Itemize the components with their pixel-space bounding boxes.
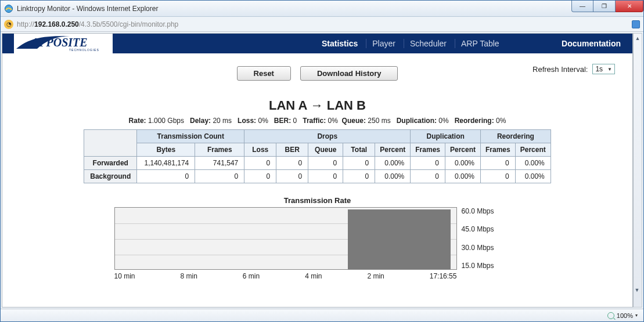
- title-bar: Linktropy Monitor - Windows Internet Exp…: [1, 1, 643, 17]
- nav-player[interactable]: Player: [366, 39, 401, 48]
- th-percent: Percent: [375, 143, 411, 157]
- status-bar: 100% ▾: [1, 309, 643, 321]
- stats-table: Transmission Count Drops Duplication Reo…: [84, 129, 551, 183]
- content-wrap: APPOSITE TECHNOLOGIES Statistics Player …: [1, 32, 643, 309]
- refresh-interval-block: Refresh Interval: 1s ▼: [533, 64, 615, 74]
- cell: 0: [276, 170, 308, 183]
- th-queue: Queue: [308, 143, 343, 157]
- rate-value: 1.000 Gbps: [148, 117, 184, 125]
- cell: 0: [308, 170, 343, 183]
- cell: 1,140,481,174: [137, 157, 195, 170]
- cell: 0: [481, 170, 516, 183]
- ber-label: BER:: [274, 117, 291, 125]
- scroll-up-icon[interactable]: ▲: [634, 34, 642, 43]
- y-tick: 45.0 Mbps: [462, 225, 494, 233]
- refresh-interval-label: Refresh Interval:: [533, 65, 588, 74]
- url-path: /4.3.5b/5500/cgi-bin/monitor.php: [79, 20, 178, 28]
- th-dup-frames: Frames: [411, 143, 445, 157]
- queue-value: 250 ms: [368, 117, 390, 125]
- nav-documentation[interactable]: Documentation: [562, 39, 621, 48]
- traffic-value: 0%: [328, 117, 338, 125]
- window-title: Linktropy Monitor - Windows Internet Exp…: [17, 5, 158, 13]
- chevron-down-icon: ▼: [607, 67, 612, 72]
- cell: 0: [308, 157, 343, 170]
- th-loss: Loss: [244, 143, 276, 157]
- delay-label: Delay:: [190, 117, 211, 125]
- reord-label: Reordering:: [455, 117, 494, 125]
- cell: 0.00%: [515, 170, 551, 183]
- y-tick: 15.0 Mbps: [462, 262, 494, 270]
- controls-row: Reset Download History Refresh Interval:…: [2, 66, 632, 81]
- th-ber: BER: [276, 143, 308, 157]
- cell: 0.00%: [445, 170, 480, 183]
- close-button[interactable]: ✕: [616, 1, 643, 12]
- chart-series-fill: [348, 209, 451, 269]
- cell: 0: [195, 170, 244, 183]
- rate-label: Rate:: [129, 117, 146, 125]
- y-tick: 60.0 Mbps: [462, 207, 494, 215]
- row-name: Background: [84, 170, 137, 183]
- row-name: Forwarded: [84, 157, 137, 170]
- x-tick: 2 min: [367, 272, 384, 280]
- th-total: Total: [343, 143, 375, 157]
- cell: 0.00%: [375, 157, 411, 170]
- dup-value: 0%: [438, 117, 448, 125]
- url-host: 192.168.0.250: [34, 20, 79, 28]
- x-tick: 10 min: [114, 272, 135, 280]
- url-text[interactable]: http://192.168.0.250/4.3.5b/5500/cgi-bin…: [17, 20, 178, 28]
- queue-label: Queue:: [342, 117, 366, 125]
- svg-text:TECHNOLOGIES: TECHNOLOGIES: [69, 48, 99, 52]
- refresh-interval-select[interactable]: 1s ▼: [592, 64, 615, 74]
- chart-x-labels: 10 min 8 min 6 min 4 min 2 min 17:16:55: [114, 272, 457, 280]
- compat-view-icon[interactable]: [632, 20, 640, 28]
- cell: 0.00%: [375, 170, 411, 183]
- chart-plot: [114, 207, 457, 270]
- link-params: Rate: 1.000 Gbps Delay: 20 ms Loss: 0% B…: [2, 117, 632, 125]
- zoom-icon[interactable]: [607, 312, 614, 319]
- direction-title: LAN A → LAN B: [2, 98, 632, 113]
- ie-icon: [4, 4, 13, 13]
- cell: 741,547: [195, 157, 244, 170]
- traffic-label: Traffic:: [303, 117, 326, 125]
- chart-y-labels: 60.0 Mbps 45.0 Mbps 30.0 Mbps 15.0 Mbps: [457, 207, 494, 270]
- delay-value: 20 ms: [213, 117, 232, 125]
- x-tick: 4 min: [305, 272, 322, 280]
- minimize-button[interactable]: —: [571, 1, 593, 12]
- th-transmission: Transmission Count: [137, 130, 244, 143]
- nav-links: Statistics Player Scheduler ARP Table: [316, 39, 505, 48]
- site-icon: ◔: [4, 20, 13, 29]
- th-reord-frames: Frames: [481, 143, 516, 157]
- reset-button[interactable]: Reset: [237, 66, 291, 81]
- cell: 0: [244, 170, 276, 183]
- app-window: Linktropy Monitor - Windows Internet Exp…: [0, 0, 644, 322]
- zoom-level[interactable]: 100%: [617, 312, 633, 319]
- maximize-button[interactable]: ❐: [593, 1, 616, 12]
- loss-label: Loss:: [238, 117, 256, 125]
- cell: 0: [411, 157, 445, 170]
- cell: 0: [343, 157, 375, 170]
- x-tick: 8 min: [181, 272, 197, 280]
- ber-value: 0: [293, 117, 297, 125]
- loss-value: 0%: [258, 117, 268, 125]
- vertical-scrollbar[interactable]: ▲ ▼: [633, 33, 642, 307]
- refresh-interval-value: 1s: [595, 65, 603, 73]
- reord-value: 0%: [496, 117, 506, 125]
- th-drops: Drops: [244, 130, 411, 143]
- chevron-down-icon[interactable]: ▾: [635, 313, 638, 318]
- th-reord-percent: Percent: [515, 143, 551, 157]
- th-frames: Frames: [195, 143, 244, 157]
- window-controls: — ❐ ✕: [571, 1, 643, 12]
- url-prefix: http://: [17, 20, 34, 28]
- nav-arp-table[interactable]: ARP Table: [455, 39, 505, 48]
- nav-scheduler[interactable]: Scheduler: [404, 39, 452, 48]
- nav-statistics[interactable]: Statistics: [316, 39, 364, 48]
- scroll-down-icon[interactable]: ▼: [632, 285, 642, 295]
- cell: 0: [343, 170, 375, 183]
- chart-block: Transmission Rate 10 min 8 min 6 min 4 m…: [114, 196, 521, 280]
- page-content: APPOSITE TECHNOLOGIES Statistics Player …: [2, 33, 633, 307]
- download-history-button[interactable]: Download History: [300, 66, 398, 81]
- cell: 0: [244, 157, 276, 170]
- th-bytes: Bytes: [137, 143, 195, 157]
- th-dup-percent: Percent: [445, 143, 480, 157]
- cell: 0.00%: [445, 157, 480, 170]
